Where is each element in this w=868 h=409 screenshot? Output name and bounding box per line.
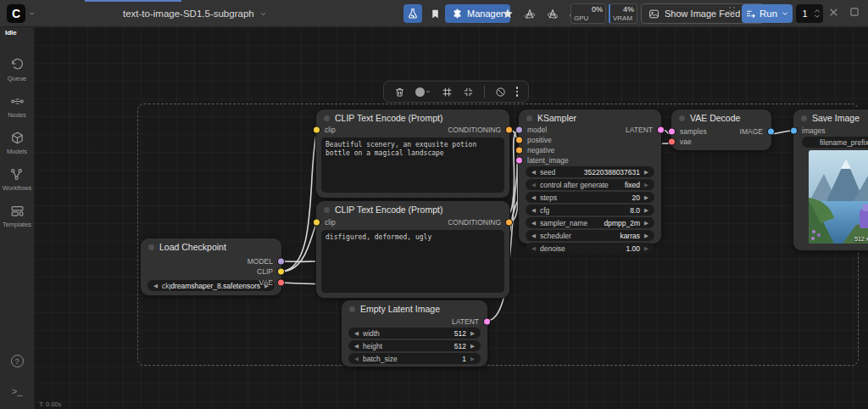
conditioning-port-dot[interactable] xyxy=(516,148,522,154)
input-clip[interactable]: clip xyxy=(316,126,336,134)
sidebar-item-models[interactable]: Models xyxy=(7,131,27,155)
node-clip-text-encode-negative[interactable]: CLIP Text Encode (Prompt) clip CONDITION… xyxy=(316,201,509,298)
more-options-button[interactable] xyxy=(516,87,519,97)
widget-height[interactable]: ◀height512▶ xyxy=(348,340,481,351)
run-button[interactable]: Run xyxy=(742,4,793,23)
collapse-dot[interactable] xyxy=(526,115,532,121)
logo-letter: C xyxy=(12,7,20,20)
bookmark-icon xyxy=(430,8,441,20)
workflow-title[interactable]: text-to-image-SD1.5-subgraph xyxy=(123,0,267,27)
sidebar-item-templates[interactable]: Templates xyxy=(3,204,31,228)
node-color-picker[interactable] xyxy=(415,87,431,97)
favorites-button[interactable] xyxy=(498,4,517,23)
input-positive[interactable]: positive xyxy=(519,136,552,144)
node-ksampler[interactable]: KSampler model positive negative latent_… xyxy=(519,109,661,244)
comfyui-logo-button[interactable]: C xyxy=(7,4,25,23)
output-model[interactable]: MODEL xyxy=(248,257,281,266)
frame-icon xyxy=(442,87,453,98)
image-port-dot[interactable] xyxy=(768,129,774,135)
widget-seed[interactable]: ◀seed35220388037631▶ xyxy=(526,166,654,177)
a-swirl-tool-button-1[interactable] xyxy=(520,4,540,23)
stop-button[interactable] xyxy=(849,6,860,21)
input-latent-image[interactable]: latent_image xyxy=(519,156,569,165)
collapse-dot[interactable] xyxy=(148,244,154,250)
node-empty-latent-image[interactable]: Empty Latent Image LATENT ◀width512▶ ◀he… xyxy=(342,300,487,367)
output-conditioning[interactable]: CONDITIONING xyxy=(448,218,509,227)
sidebar-item-queue[interactable]: Queue xyxy=(8,58,27,82)
widget-scheduler[interactable]: ◀schedulerkarras▶ xyxy=(526,230,654,241)
input-images[interactable]: images xyxy=(793,126,825,135)
input-clip[interactable]: clip xyxy=(316,218,336,227)
input-samples[interactable]: samples xyxy=(671,127,707,136)
output-latent[interactable]: LATENT xyxy=(452,317,487,326)
batch-count-steppers[interactable] xyxy=(814,8,821,19)
input-negative[interactable]: negative xyxy=(519,146,554,154)
latent-port-dot[interactable] xyxy=(516,158,522,164)
output-latent[interactable]: LATENT xyxy=(626,126,661,134)
sidebar-item-nodes[interactable]: Nodes xyxy=(8,94,26,119)
model-port-dot[interactable] xyxy=(516,127,522,133)
widget-ckpt-name[interactable]: ◀ ckpt_name dreamshaper_8.safetensors ▶ xyxy=(147,280,275,291)
output-image[interactable]: IMAGE xyxy=(740,127,771,136)
input-model[interactable]: model xyxy=(519,126,547,134)
logo-menu-chevron-icon[interactable] xyxy=(28,8,36,20)
a-swirl-tool-button-2[interactable] xyxy=(542,4,563,23)
output-vae[interactable]: VAE xyxy=(259,278,281,287)
widget-sampler-name[interactable]: ◀sampler_namedpmpp_2m▶ xyxy=(526,217,654,228)
image-port-dot[interactable] xyxy=(791,128,797,134)
output-conditioning[interactable]: CONDITIONING xyxy=(448,126,509,134)
vae-port-dot[interactable] xyxy=(278,280,284,286)
collapse-dot[interactable] xyxy=(801,115,807,121)
clip-port-dot[interactable] xyxy=(314,220,320,226)
conditioning-port-dot[interactable] xyxy=(506,127,512,133)
node-vae-decode[interactable]: VAE Decode samples vae IMAGE xyxy=(671,109,771,150)
clear-queue-button[interactable] xyxy=(828,6,839,21)
latent-port-dot[interactable] xyxy=(658,127,664,133)
widget-denoise[interactable]: ◀denoise1.00▶ xyxy=(526,243,654,254)
widget-width[interactable]: ◀width512▶ xyxy=(348,328,481,339)
negative-prompt-textarea[interactable]: disfigured, deformed, ugly xyxy=(321,230,504,293)
bypass-button[interactable] xyxy=(495,87,506,98)
sidebar-item-workflows[interactable]: Workflows xyxy=(3,167,31,192)
input-vae[interactable]: vae xyxy=(671,137,692,146)
terminal-logs-button[interactable]: >_ xyxy=(12,386,23,397)
widget-steps[interactable]: ◀steps20▶ xyxy=(526,192,654,203)
node-load-checkpoint[interactable]: Load Checkpoint MODEL CLIP VAE ◀ ckpt_na… xyxy=(141,238,281,295)
positive-prompt-textarea[interactable]: Beautiful scenery, an exqusite potion bo… xyxy=(321,137,504,193)
prev-value-icon[interactable]: ◀ xyxy=(153,283,158,289)
fit-view-button[interactable] xyxy=(463,87,474,98)
assets-tool-button[interactable] xyxy=(403,4,422,23)
gpu-value: 0% xyxy=(592,5,603,14)
widget-control-after-generate[interactable]: ◀control after generatefixed▶ xyxy=(526,179,654,190)
conditioning-port-dot[interactable] xyxy=(516,137,522,143)
stepper-down-icon[interactable] xyxy=(814,14,821,19)
latent-port-dot[interactable] xyxy=(484,319,490,325)
collapse-dot[interactable] xyxy=(324,207,330,213)
run-options-chevron-icon[interactable] xyxy=(781,9,789,18)
collapse-dot[interactable] xyxy=(324,115,330,121)
widget-filename-prefix[interactable]: filename_prefix xyxy=(802,137,868,148)
frame-nodes-button[interactable] xyxy=(442,87,453,98)
clip-port-dot[interactable] xyxy=(314,127,320,133)
help-button[interactable]: ? xyxy=(11,355,24,367)
a-swirl-icon xyxy=(523,8,537,20)
delete-button[interactable] xyxy=(394,87,405,98)
node-title-text: CLIP Text Encode (Prompt) xyxy=(335,204,442,215)
collapse-dot[interactable] xyxy=(679,115,685,121)
output-clip[interactable]: CLIP xyxy=(257,267,281,276)
toolbar-drag-handle[interactable] xyxy=(729,7,736,15)
graph-canvas[interactable]: T: 0.00s xyxy=(34,27,868,409)
batch-count-input[interactable]: 1 xyxy=(796,4,823,23)
bookmark-button[interactable] xyxy=(426,4,444,23)
conditioning-port-dot[interactable] xyxy=(506,220,512,226)
latent-port-dot[interactable] xyxy=(669,129,675,135)
node-clip-text-encode-positive[interactable]: CLIP Text Encode (Prompt) clip CONDITION… xyxy=(316,109,509,198)
widget-cfg[interactable]: ◀cfg8.0▶ xyxy=(526,204,654,216)
model-port-dot[interactable] xyxy=(278,259,284,265)
node-save-image[interactable]: Save Image images filename_prefix xyxy=(793,109,868,250)
vae-port-dot[interactable] xyxy=(669,139,675,145)
clip-port-dot[interactable] xyxy=(278,269,284,275)
collapse-dot[interactable] xyxy=(349,306,355,312)
generated-image-preview[interactable] xyxy=(809,150,868,244)
widget-batch-size[interactable]: ◀batch_size1▶ xyxy=(348,353,481,364)
